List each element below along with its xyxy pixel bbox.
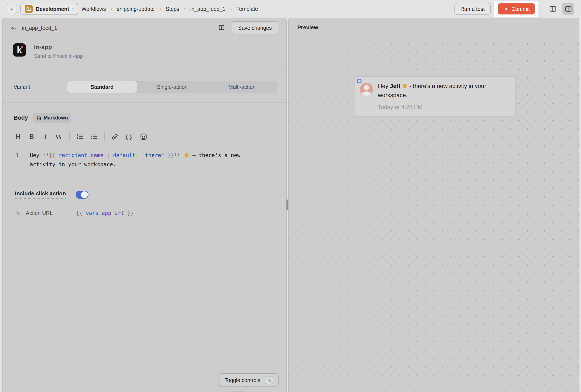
wave-emoji-icon	[402, 83, 408, 89]
editor-panel-header: ← in_app_feed_1 Save changes	[2, 18, 286, 34]
avatar	[360, 83, 373, 96]
toolbar-divider	[104, 132, 105, 141]
docs-book-icon[interactable]	[217, 23, 226, 32]
variant-tab-single-action[interactable]: Single-action	[138, 81, 207, 93]
bullet-list-icon[interactable]	[90, 132, 98, 141]
environment-switcher[interactable]: Development ›	[20, 3, 78, 15]
environment-label: Development	[36, 6, 69, 12]
toggle-left-panel-button[interactable]	[547, 3, 559, 15]
panel-resize-handle[interactable]	[286, 199, 288, 210]
blockquote-icon[interactable]	[55, 132, 63, 141]
toggle-controls-label: Toggle controls	[224, 377, 260, 383]
commit-icon	[503, 6, 509, 12]
breadcrumb-template[interactable]: Template	[236, 6, 258, 12]
knock-logo-icon: k	[13, 43, 26, 56]
breadcrumb-separator: ›	[159, 6, 161, 12]
wave-emoji-icon	[184, 152, 189, 158]
breadcrumb-steps[interactable]: Steps	[166, 6, 179, 12]
notification-timestamp: Today at 4:28 PM	[378, 104, 422, 110]
link-icon[interactable]	[111, 132, 119, 141]
line-number	[2, 160, 30, 169]
back-arrow-button[interactable]: ←	[11, 24, 16, 32]
save-changes-button[interactable]: Save changes	[232, 21, 278, 34]
action-url-label: Action URL	[26, 210, 76, 216]
action-url-value[interactable]: {{ vars.app_url }}	[76, 210, 134, 216]
keyboard-shortcut-badge: K	[265, 376, 273, 384]
ordered-list-icon[interactable]	[76, 132, 84, 141]
toolbar-divider	[69, 132, 70, 141]
commit-button[interactable]: Commit	[498, 3, 535, 14]
variant-row: Variant Standard Single-action Multi-act…	[2, 71, 286, 93]
markdown-badge-label: Markdown	[44, 115, 68, 121]
action-url-row: ↳ Action URL {{ vars.app_url }}	[2, 199, 286, 217]
bold-icon[interactable]: B	[28, 132, 35, 141]
channel-info: k In-app Send to Knock in-app	[13, 43, 278, 59]
recipient-name: Jeff	[390, 83, 400, 89]
toggle-controls-button[interactable]: Toggle controls K	[219, 373, 278, 387]
notification-message: Hey Jeff - there's a new activity in you…	[378, 81, 506, 100]
breadcrumb-separator: ›	[184, 6, 186, 12]
breadcrumb-workflow-name[interactable]: shipping-update	[117, 6, 155, 12]
breadcrumb-step-name[interactable]: in_app_feed_1	[190, 6, 226, 12]
code-block-icon[interactable]	[140, 132, 148, 141]
heading-icon[interactable]: H	[14, 132, 22, 141]
toggle-right-panel-button[interactable]	[562, 3, 574, 15]
preview-panel: Preview Hey Jeff - there's a new activit…	[288, 18, 579, 392]
back-chevron-icon: ‹	[11, 5, 13, 12]
code-line-1-wrap[interactable]: activity in your workspace.	[30, 160, 116, 169]
body-code-editor[interactable]: 1 Hey **{{ recipient.name | default: "th…	[2, 151, 286, 169]
body-label: Body	[14, 115, 28, 121]
run-a-test-button[interactable]: Run a test	[454, 3, 490, 15]
top-bar: ‹ Development › Workflows › shipping-upd…	[0, 0, 581, 18]
markdown-file-icon	[36, 115, 42, 120]
unread-indicator-dot	[357, 79, 362, 83]
environment-folder-icon	[25, 5, 33, 13]
variant-label: Variant	[14, 84, 67, 90]
return-arrow-icon: ↳	[16, 210, 21, 217]
preview-header: Preview	[289, 18, 579, 37]
italic-icon[interactable]: I	[42, 132, 49, 141]
variant-tab-standard[interactable]: Standard	[67, 81, 138, 93]
commit-label: Commit	[512, 6, 530, 12]
chevron-right-icon: ›	[72, 6, 74, 12]
include-click-action-toggle[interactable]	[76, 191, 88, 199]
breadcrumb-workflows[interactable]: Workflows	[82, 6, 106, 12]
line-number: 1	[2, 151, 30, 160]
channel-name: In-app	[34, 44, 83, 51]
variant-segmented-control: Standard Single-action Multi-action	[67, 81, 277, 93]
commit-highlight-box: Commit	[494, 1, 538, 17]
breadcrumb-separator: ›	[110, 6, 112, 12]
braces-icon[interactable]: {}	[125, 132, 133, 141]
body-section-header: Body Markdown	[2, 103, 286, 123]
panel-left-icon	[549, 5, 557, 13]
breadcrumb: Workflows › shipping-update › Steps › in…	[82, 6, 258, 12]
template-editor-panel: ← in_app_feed_1 Save changes k In-app Se…	[2, 18, 287, 392]
preview-title: Preview	[297, 24, 318, 31]
include-click-action-label: Include click action	[15, 190, 66, 199]
back-button[interactable]: ‹	[7, 4, 17, 14]
panel-right-icon	[564, 5, 572, 13]
code-line[interactable]: activity in your workspace.	[2, 160, 286, 169]
topbar-divider	[542, 4, 542, 14]
code-line-1[interactable]: Hey **{{ recipient.name | default: "ther…	[30, 151, 240, 160]
include-click-action-row: Include click action	[2, 180, 286, 199]
breadcrumb-separator: ›	[230, 6, 232, 12]
code-line[interactable]: 1 Hey **{{ recipient.name | default: "th…	[2, 151, 286, 160]
formatting-toolbar: H B I	[2, 123, 286, 141]
channel-description: Send to Knock in-app	[34, 53, 83, 59]
preview-canvas: Hey Jeff - there's a new activity in you…	[289, 37, 579, 392]
step-title: in_app_feed_1	[22, 25, 57, 31]
knock-logo-letter: k	[17, 45, 22, 54]
notification-card: Hey Jeff - there's a new activity in you…	[354, 76, 516, 116]
markdown-format-badge[interactable]: Markdown	[33, 113, 72, 123]
variant-tab-multi-action[interactable]: Multi-action	[207, 81, 277, 93]
